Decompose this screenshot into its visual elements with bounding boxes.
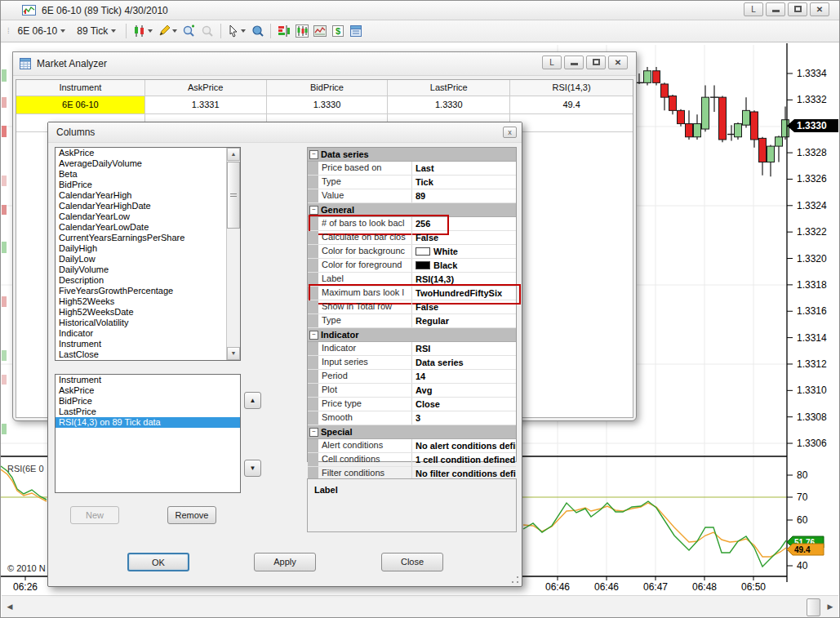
minimize-button[interactable] <box>766 2 785 16</box>
remove-button[interactable]: Remove <box>167 506 216 524</box>
selected-column-item[interactable]: BidPrice <box>56 396 240 407</box>
property-row[interactable]: LabelRSI(14,3) <box>308 273 516 287</box>
property-row[interactable]: Maximum bars look lTwoHundredFiftySix <box>308 287 516 300</box>
property-row[interactable]: Calculate on bar closFalse <box>308 231 516 245</box>
property-value[interactable]: Avg <box>412 384 516 397</box>
ma-link-button[interactable]: L <box>542 56 562 69</box>
property-value[interactable]: Data series <box>412 356 516 369</box>
close-button[interactable]: ✕ <box>810 2 829 16</box>
available-column-item[interactable]: High52Weeks <box>56 296 226 307</box>
column-header[interactable]: LastPrice <box>388 80 510 96</box>
property-value[interactable]: Tick <box>412 176 516 189</box>
restore-button[interactable] <box>788 2 807 16</box>
scroll-up-arrow[interactable]: ▲ <box>227 148 240 161</box>
property-row[interactable]: Cell conditions1 cell condition defined <box>308 453 516 467</box>
available-column-item[interactable]: CurrentYearsEarningsPerShare <box>56 233 226 243</box>
resize-grip[interactable] <box>511 576 519 584</box>
chart-style-button[interactable] <box>131 23 155 39</box>
zoom-in-button[interactable] <box>180 23 198 39</box>
available-column-item[interactable]: Beta <box>56 169 226 180</box>
property-value[interactable]: 14 <box>412 370 516 383</box>
available-column-item[interactable]: DailyLow <box>56 254 226 265</box>
property-value[interactable]: Black <box>412 259 516 272</box>
available-column-item[interactable]: CalendarYearLowDate <box>56 222 226 233</box>
selected-columns-list[interactable]: InstrumentAskPriceBidPriceLastPriceRSI(1… <box>55 374 241 493</box>
property-row[interactable]: Color for foregroundBlack <box>308 259 516 273</box>
ma-maximize-button[interactable] <box>586 56 606 69</box>
available-column-item[interactable]: CalendarYearLow <box>56 211 226 222</box>
property-value[interactable]: False <box>412 300 516 313</box>
property-category[interactable]: −Special <box>308 425 516 439</box>
property-value[interactable]: 1 cell condition defined <box>412 453 516 466</box>
property-value[interactable]: 3 <box>412 411 516 425</box>
properties-button[interactable] <box>347 23 365 39</box>
collapse-minus-icon[interactable]: − <box>309 331 318 340</box>
property-value[interactable]: RSI <box>412 342 516 355</box>
horizontal-scrollbar[interactable]: ◀ ▶ <box>2 595 838 617</box>
available-column-item[interactable]: High52WeeksDate <box>56 307 226 318</box>
ok-button[interactable]: OK <box>127 553 189 571</box>
property-row[interactable]: Value89 <box>308 189 516 203</box>
list-scrollbar[interactable]: ▲ ▼ <box>226 148 240 360</box>
scroll-right-arrow[interactable]: ▶ <box>824 599 837 614</box>
property-value[interactable]: 89 <box>412 189 516 202</box>
property-category[interactable]: −Indicator <box>308 328 516 342</box>
property-category[interactable]: −Data series <box>308 148 516 162</box>
property-value[interactable]: Close <box>412 398 516 411</box>
selected-column-item[interactable]: Instrument <box>56 375 240 385</box>
toolbar-grip[interactable]: ⁞ <box>7 27 9 35</box>
new-button[interactable]: New <box>70 506 119 524</box>
available-column-item[interactable]: HistoricalVolatility <box>56 318 226 328</box>
scrollbar-thumb[interactable] <box>807 598 820 616</box>
chart-window-button[interactable] <box>293 23 311 39</box>
link-button[interactable]: L <box>744 2 763 16</box>
available-column-item[interactable]: Indicator <box>56 328 226 339</box>
cursor-tool-button[interactable] <box>225 23 248 39</box>
collapse-minus-icon[interactable]: − <box>309 206 318 215</box>
ma-minimize-button[interactable] <box>564 56 584 69</box>
collapse-minus-icon[interactable]: − <box>309 150 318 159</box>
column-header[interactable]: BidPrice <box>267 80 389 96</box>
property-value[interactable]: Last <box>412 162 516 175</box>
property-value[interactable]: TwoHundredFiftySix <box>412 287 516 300</box>
draw-tool-button[interactable] <box>155 23 180 39</box>
property-row[interactable]: TypeTick <box>308 176 516 189</box>
available-column-item[interactable]: LastClose <box>56 349 226 360</box>
column-header[interactable]: RSI(14,3) <box>510 80 633 96</box>
scroll-left-arrow[interactable]: ◀ <box>3 599 16 614</box>
indicator-panel-button[interactable] <box>311 23 329 39</box>
property-row[interactable]: Price based onLast <box>308 162 516 176</box>
column-header[interactable]: AskPrice <box>145 80 267 96</box>
property-category[interactable]: −General <box>308 203 516 217</box>
property-row[interactable]: Price typeClose <box>308 398 516 411</box>
available-column-item[interactable]: Instrument <box>56 339 226 349</box>
property-value[interactable]: False <box>412 231 516 244</box>
collapse-minus-icon[interactable]: − <box>309 428 318 437</box>
selected-column-item[interactable]: RSI(14,3) on 89 Tick data <box>56 417 240 428</box>
property-row[interactable]: Color for backgrouncWhite <box>308 245 516 259</box>
instrument-dropdown[interactable]: 6E 06-10 <box>12 23 72 39</box>
move-down-button[interactable]: ▼ <box>244 460 261 477</box>
available-column-item[interactable]: AskPrice <box>56 148 226 158</box>
table-row[interactable]: 6E 06-101.33311.33301.333049.4 <box>16 96 633 114</box>
available-column-item[interactable]: CalendarYearHighDate <box>56 201 226 211</box>
property-row[interactable]: # of bars to look bacl256 <box>308 217 516 231</box>
available-column-item[interactable]: AverageDailyVolume <box>56 158 226 169</box>
property-value[interactable]: Regular <box>412 314 516 327</box>
account-button[interactable]: $ <box>329 23 347 39</box>
property-value[interactable]: White <box>412 245 516 258</box>
property-row[interactable]: Input seriesData series <box>308 356 516 370</box>
property-value[interactable]: RSI(14,3) <box>412 273 516 286</box>
scrollbar-thumb[interactable] <box>227 162 240 229</box>
available-column-item[interactable]: CalendarYearHigh <box>56 190 226 201</box>
apply-button[interactable]: Apply <box>254 553 316 571</box>
property-row[interactable]: Show in Total rowFalse <box>308 300 516 314</box>
property-value[interactable]: 256 <box>412 217 516 230</box>
selected-column-item[interactable]: LastPrice <box>56 407 240 417</box>
ma-close-button[interactable]: ✕ <box>608 56 628 69</box>
period-dropdown[interactable]: 89 Tick <box>71 23 122 39</box>
property-row[interactable]: Smooth3 <box>308 411 516 425</box>
available-column-item[interactable]: DailyHigh <box>56 243 226 254</box>
data-box-button[interactable] <box>248 23 266 39</box>
property-row[interactable]: IndicatorRSI <box>308 342 516 356</box>
